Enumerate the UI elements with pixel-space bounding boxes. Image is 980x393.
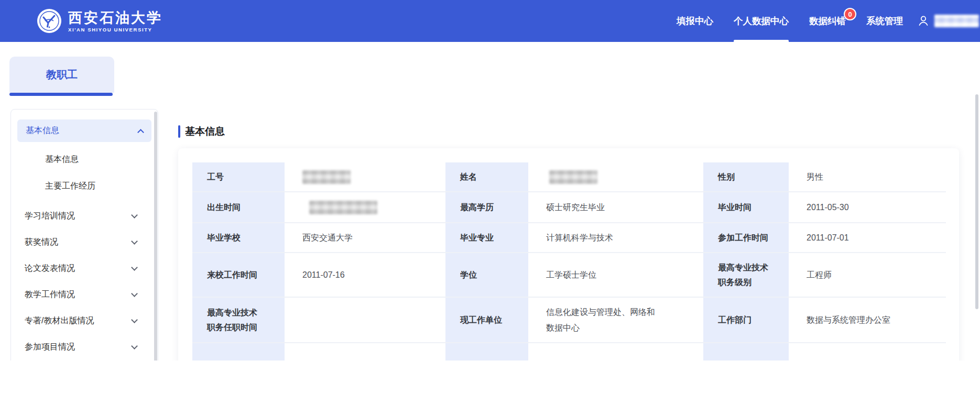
chevron-down-icon <box>131 343 138 350</box>
table-row: 毕业学校 西安交通大学 毕业专业 计算机科学与技术 参加工作时间 2011-07… <box>192 223 946 253</box>
table-row: 最高专业技术 职务任职时间 现工作单位 信息化建设与管理处、网络和 数据中心 工… <box>192 298 946 343</box>
sidebar-group-awards[interactable]: 获奖情况 <box>11 230 158 254</box>
nav-item-data-correction[interactable]: 数据纠错 0 <box>809 0 846 42</box>
top-nav: 填报中心 个人数据中心 数据纠错 0 系统管理 <box>656 0 979 42</box>
sidebar-group-teaching-work-label: 教学工作情况 <box>25 289 75 300</box>
field-label-graduation-school: 毕业学校 <box>192 223 285 252</box>
field-value-current-work-unit: 信息化建设与管理处、网络和 数据中心 <box>528 298 703 342</box>
field-label-highest-education: 最高学历 <box>445 192 528 222</box>
field-label-current-post-category: 现聘岗位类别 <box>445 343 528 361</box>
field-value-graduation-school: 西安交通大学 <box>285 223 445 252</box>
username-redacted <box>934 15 979 27</box>
field-label-highest-professional-title-level: 最高专业技术 职务级别 <box>703 253 789 297</box>
sidebar-group-paper-publication[interactable]: 论文发表情况 <box>11 256 158 280</box>
field-label-graduation-major: 毕业专业 <box>445 223 528 252</box>
field-label-current-post-level: 现聘岗位级别 <box>703 343 789 361</box>
nav-item-reporting-center[interactable]: 填报中心 <box>677 0 713 42</box>
sidebar-group-teaching-work[interactable]: 教学工作情况 <box>11 282 158 307</box>
field-value-name <box>528 162 703 191</box>
field-label-gender: 性别 <box>703 162 789 191</box>
field-value-title-appointment-date <box>285 298 445 342</box>
chevron-up-icon <box>137 129 144 136</box>
sidebar-group-project-participation[interactable]: 参加项目情况 <box>11 335 158 359</box>
field-label-name: 姓名 <box>445 162 528 191</box>
notification-badge: 0 <box>844 8 856 20</box>
field-value-current-post-level <box>789 343 946 361</box>
chevron-down-icon <box>131 264 138 271</box>
field-label-school-start-date: 来校工作时间 <box>192 253 285 297</box>
chevron-down-icon <box>131 316 138 323</box>
nav-item-personal-data-center[interactable]: 个人数据中心 <box>734 0 789 42</box>
field-value-degree: 工学硕士学位 <box>528 253 703 297</box>
chevron-down-icon <box>131 238 138 245</box>
sidebar-group-basic-info-label: 基本信息 <box>26 125 59 136</box>
field-value-school-start-date: 2011-07-16 <box>285 253 445 297</box>
table-row: 来校工作时间 2011-07-16 学位 工学硕士学位 最高专业技术 职务级别 … <box>192 253 946 298</box>
sidebar-menu: 基本信息 基本信息 主要工作经历 学习培训情况 获奖情况 论文发表情况 教学工作… <box>10 109 158 361</box>
field-value-highest-education: 硕士研究生毕业 <box>528 192 703 222</box>
university-brand: 西安石油大学 XI'AN SHIYOU UNIVERSITY <box>37 8 162 34</box>
field-label-title-appointment-date: 最高专业技术 职务任职时间 <box>192 298 285 342</box>
basic-info-card: 工号 姓名 性别 男性 出生时间 最高学历 硕士研究生毕业 毕业时间 2011-… <box>178 148 959 361</box>
field-value-work-start-date: 2011-07-01 <box>789 223 946 252</box>
user-menu[interactable] <box>917 0 979 42</box>
content-viewport: 教职工 基本信息 基本信息 主要工作经历 学习培训情况 获奖情况 论文发表情况 … <box>0 42 980 361</box>
nav-item-system-management[interactable]: 系统管理 <box>866 0 903 42</box>
sidebar-group-awards-label: 获奖情况 <box>25 237 58 248</box>
chevron-down-icon <box>131 212 138 219</box>
sidebar-group-monograph-textbook-label: 专著/教材出版情况 <box>25 315 94 326</box>
chevron-down-icon <box>131 290 138 297</box>
basic-info-table: 工号 姓名 性别 男性 出生时间 最高学历 硕士研究生毕业 毕业时间 2011-… <box>192 162 946 361</box>
field-label-work-department: 工作部门 <box>703 298 789 342</box>
field-label-birth-date: 出生时间 <box>192 192 285 222</box>
table-row: 现聘岗位类别 现聘岗位级别 <box>192 343 946 361</box>
field-value-graduation-date: 2011-05-30 <box>789 192 946 222</box>
field-label-graduation-date: 毕业时间 <box>703 192 789 222</box>
nav-item-data-correction-label: 数据纠错 <box>809 15 846 27</box>
tab-faculty-staff[interactable]: 教职工 <box>9 57 114 93</box>
top-header: 西安石油大学 XI'AN SHIYOU UNIVERSITY 填报中心 个人数据… <box>0 0 980 42</box>
field-value-birth-date <box>285 192 445 222</box>
section-title: 基本信息 <box>178 125 225 138</box>
page-scrollbar[interactable] <box>975 94 978 309</box>
field-label-current-work-unit: 现工作单位 <box>445 298 528 342</box>
sidebar-group-project-participation-label: 参加项目情况 <box>25 342 75 353</box>
field-value-empty <box>285 343 445 361</box>
redacted-value <box>309 201 377 214</box>
field-value-current-post-category <box>528 343 703 361</box>
university-name-cn: 西安石油大学 <box>68 10 162 26</box>
redacted-value <box>302 170 351 184</box>
field-label-employee-id: 工号 <box>192 162 285 191</box>
table-row: 出生时间 最高学历 硕士研究生毕业 毕业时间 2011-05-30 <box>192 192 946 223</box>
sidebar-scrollbar[interactable] <box>154 112 157 361</box>
field-label-degree: 学位 <box>445 253 528 297</box>
field-value-highest-professional-title-level: 工程师 <box>789 253 946 297</box>
sidebar-group-basic-info[interactable]: 基本信息 <box>17 119 151 142</box>
sidebar-group-study-training[interactable]: 学习培训情况 <box>11 204 158 228</box>
field-value-employee-id <box>285 162 445 191</box>
table-row: 工号 姓名 性别 男性 <box>192 162 946 192</box>
sidebar-item-main-work-experience[interactable]: 主要工作经历 <box>11 173 158 199</box>
sidebar-group-paper-publication-label: 论文发表情况 <box>25 263 75 274</box>
redacted-value <box>549 170 597 184</box>
field-label-empty <box>192 343 285 361</box>
sidebar-group-monograph-textbook[interactable]: 专著/教材出版情况 <box>11 309 158 333</box>
university-name-en: XI'AN SHIYOU UNIVERSITY <box>68 27 162 32</box>
field-value-graduation-major: 计算机科学与技术 <box>528 223 703 252</box>
tab-active-underline <box>9 93 113 96</box>
field-label-work-start-date: 参加工作时间 <box>703 223 789 252</box>
sidebar-group-study-training-label: 学习培训情况 <box>25 211 75 222</box>
sidebar-item-basic-info[interactable]: 基本信息 <box>11 148 158 170</box>
title-accent-bar <box>178 125 180 138</box>
field-value-gender: 男性 <box>789 162 946 191</box>
field-value-work-department: 数据与系统管理办公室 <box>789 298 946 342</box>
section-title-text: 基本信息 <box>185 125 225 138</box>
university-logo-icon <box>37 8 62 34</box>
user-icon <box>917 15 930 27</box>
